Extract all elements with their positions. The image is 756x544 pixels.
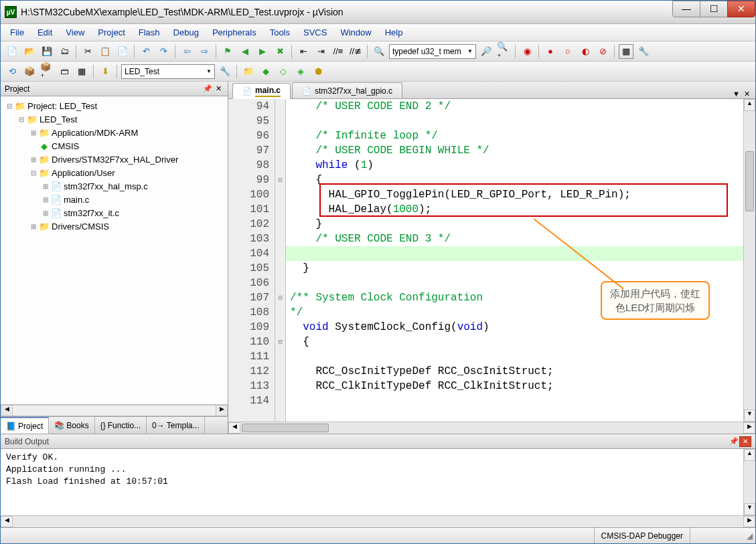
fold-marker[interactable] [275, 349, 285, 364]
fold-marker[interactable] [275, 232, 285, 246]
tree-node[interactable]: ⊟📁Project: LED_Test [2, 99, 226, 112]
fold-marker[interactable] [275, 246, 285, 261]
code-line[interactable]: } [286, 217, 743, 232]
batch-build-icon[interactable]: 🗃 [57, 64, 72, 79]
code-line[interactable]: { [286, 335, 743, 349]
save-all-icon[interactable]: 🗂 [57, 44, 72, 59]
code-line[interactable]: /* USER CODE END 2 */ [286, 99, 743, 114]
minimize-button[interactable]: — [672, 1, 700, 17]
stop-build-icon[interactable]: ▦ [74, 64, 89, 79]
code-line[interactable] [286, 393, 743, 408]
scroll-down-icon[interactable]: ▼ [744, 410, 755, 422]
breakpoint-insert-icon[interactable]: ● [543, 44, 558, 59]
expander-icon[interactable]: ⊞ [41, 183, 50, 190]
code-line[interactable]: /* USER CODE BEGIN WHILE */ [286, 143, 743, 158]
editor-tab[interactable]: 📄stm32f7xx_hal_gpio.c [292, 82, 402, 98]
nav-fwd-icon[interactable]: ⇨ [197, 44, 212, 59]
open-icon[interactable]: 📂 [22, 44, 37, 59]
manage-rte-icon[interactable]: ◆ [258, 64, 273, 79]
code-line[interactable]: void SystemClock_Config(void) [286, 320, 743, 335]
resize-grip-icon[interactable]: ◢ [743, 531, 755, 541]
code-line[interactable] [286, 246, 743, 261]
scroll-up-icon[interactable]: ▲ [744, 449, 755, 461]
code-line[interactable]: RCC_ClkInitTypeDef RCC_ClkInitStruct; [286, 379, 743, 393]
bookmark-clear-icon[interactable]: ✖ [273, 44, 287, 59]
build-hscroll[interactable]: ◀ ▶ [1, 515, 755, 527]
expander-icon[interactable]: ⊟ [17, 116, 26, 123]
hscroll-track[interactable] [240, 422, 743, 434]
tree-node[interactable]: ⊟📁Application/User [2, 166, 226, 179]
code-line[interactable]: while (1) [286, 158, 743, 173]
fold-marker[interactable] [275, 202, 285, 217]
menu-edit[interactable]: Edit [31, 25, 59, 40]
build-close-icon[interactable]: ✕ [739, 436, 751, 447]
breakpoint-disable-icon[interactable]: ◐ [578, 44, 593, 59]
tree-node[interactable]: ⊞📁Drivers/STM32F7xx_HAL_Driver [2, 153, 226, 166]
find-in-files-icon[interactable]: 🔎 [479, 44, 494, 59]
paste-icon[interactable]: 📄 [115, 44, 130, 59]
expander-icon[interactable]: ⊞ [29, 156, 38, 163]
breakpoint-kill-icon[interactable]: ⊘ [595, 44, 610, 59]
tree-node[interactable]: ⊞📄stm32f7xx_it.c [2, 206, 226, 219]
code-line[interactable] [286, 349, 743, 364]
menu-help[interactable]: Help [378, 25, 410, 40]
build-icon[interactable]: 📦 [22, 64, 37, 79]
pack-icon[interactable]: ⬢ [311, 64, 325, 79]
target-dropdown[interactable]: LED_Test [121, 64, 215, 79]
panel-tab[interactable]: {}Functio... [95, 417, 147, 434]
close-button[interactable]: ✕ [727, 1, 755, 17]
fold-marker[interactable] [275, 128, 285, 143]
tree-node[interactable]: ⊞📁Application/MDK-ARM [2, 126, 226, 139]
pack-install-icon[interactable]: ◈ [293, 64, 308, 79]
scroll-up-icon[interactable]: ▲ [744, 99, 755, 111]
fold-marker[interactable] [275, 187, 285, 202]
manage-project-icon[interactable]: 📁 [241, 64, 256, 79]
bookmark-next-icon[interactable]: ▶ [255, 44, 270, 59]
fold-marker[interactable] [275, 217, 285, 232]
maximize-button[interactable]: ☐ [700, 1, 728, 17]
fold-marker[interactable]: ⊟ [275, 335, 285, 349]
vscroll-track[interactable] [744, 111, 755, 410]
build-vscroll[interactable]: ▲ ▼ [743, 449, 755, 515]
build-output-body[interactable]: Verify OK.Application running ...Flash L… [1, 449, 743, 515]
expander-icon[interactable]: ⊟ [29, 169, 38, 177]
project-tree[interactable]: ⊟📁Project: LED_Test⊟📁LED_Test⊞📁Applicati… [1, 96, 228, 404]
target-options-icon[interactable]: 🔧 [218, 64, 232, 79]
panel-close-icon[interactable]: ✕ [213, 84, 224, 93]
scroll-right-icon[interactable]: ▶ [216, 405, 228, 416]
vscroll-thumb[interactable] [745, 151, 754, 211]
pin-icon[interactable]: 📌 [729, 437, 739, 446]
fold-marker[interactable] [275, 261, 285, 276]
scroll-right-icon[interactable]: ▶ [743, 516, 755, 527]
fold-marker[interactable] [275, 276, 285, 290]
vscroll-track[interactable] [744, 461, 755, 503]
code-line[interactable]: /* Infinite loop */ [286, 128, 743, 143]
editor-hscroll[interactable]: ◀ ▶ [228, 422, 755, 434]
panel-tab[interactable]: 📘Project [1, 417, 49, 434]
fold-marker[interactable] [275, 379, 285, 393]
tree-node[interactable]: ⊞📄stm32f7xx_hal_msp.c [2, 179, 226, 193]
undo-icon[interactable]: ↶ [139, 44, 153, 59]
menu-tools[interactable]: Tools [263, 25, 297, 40]
expander-icon[interactable]: ⊞ [29, 129, 38, 137]
select-packs-icon[interactable]: ◇ [276, 64, 291, 79]
panel-tab[interactable]: 0→Templa... [147, 417, 205, 434]
fold-marker[interactable] [275, 305, 285, 320]
debug-start-icon[interactable]: ◉ [520, 44, 534, 59]
download-icon[interactable]: ⬇ [98, 64, 112, 79]
configure-icon[interactable]: 🔧 [636, 44, 651, 59]
tree-node[interactable]: ⊞📄main.c [2, 193, 226, 206]
bookmark-icon[interactable]: ⚑ [220, 44, 235, 59]
nav-back-icon[interactable]: ⇦ [179, 44, 194, 59]
scroll-track[interactable] [13, 405, 216, 416]
cut-icon[interactable]: ✂ [80, 44, 95, 59]
scroll-down-icon[interactable]: ▼ [744, 503, 755, 515]
expander-icon[interactable]: ⊟ [5, 102, 14, 110]
code-line[interactable] [286, 114, 743, 128]
menu-file[interactable]: File [3, 25, 31, 40]
fold-marker[interactable] [275, 158, 285, 173]
fold-marker[interactable]: ⊟ [275, 173, 285, 187]
scroll-right-icon[interactable]: ▶ [743, 422, 755, 434]
fold-marker[interactable] [275, 364, 285, 379]
copy-icon[interactable]: 📋 [98, 44, 112, 59]
